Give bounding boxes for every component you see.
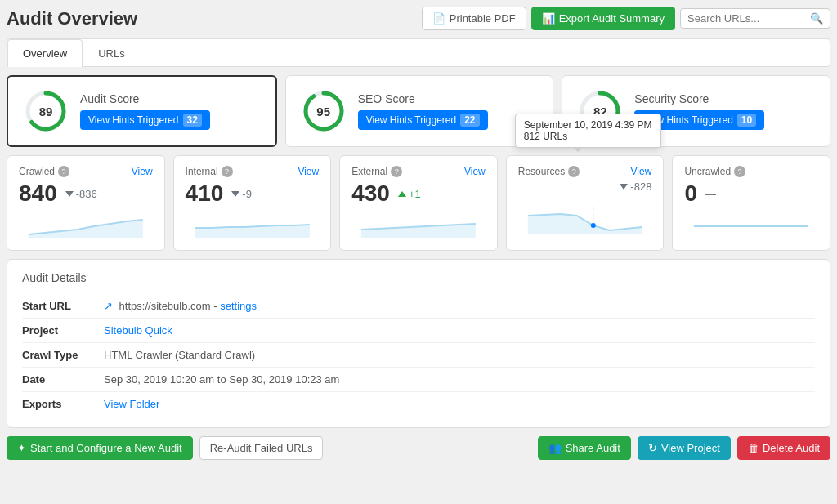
internal-view-link[interactable]: View (298, 166, 319, 177)
seo-score-value: 95 (316, 105, 330, 118)
tab-overview[interactable]: Overview (7, 39, 83, 67)
internal-value: 410 (186, 181, 224, 207)
view-project-button[interactable]: ↻ View Project (638, 436, 731, 460)
detail-row-exports: Exports View Folder (22, 392, 815, 416)
resources-chart (518, 207, 652, 234)
crawled-view-link[interactable]: View (132, 166, 153, 177)
detail-row-date: Date Sep 30, 2019 10:20 am to Sep 30, 20… (22, 368, 815, 392)
page-title: Audit Overview (7, 8, 422, 29)
audit-details-title: Audit Details (22, 271, 815, 284)
audit-score-value: 89 (39, 105, 53, 118)
search-box: 🔍 (680, 8, 830, 29)
resources-title: Resources ? (518, 166, 580, 177)
seo-hints-button[interactable]: View Hints Triggered 22 (358, 110, 488, 130)
uncrawled-card: Uncrawled ? 0 — (672, 155, 830, 251)
score-cards: 89 Audit Score View Hints Triggered 32 9… (7, 75, 830, 147)
uncrawled-value: 0 (684, 181, 697, 207)
project-link[interactable]: Sitebulb Quick (104, 324, 172, 337)
svg-marker-6 (29, 220, 143, 238)
crawled-delta: -836 (65, 188, 97, 200)
crawled-chart (19, 212, 153, 238)
start-url-settings-link[interactable]: settings (220, 300, 257, 312)
crawled-card: Crawled ? View 840 -836 (7, 155, 165, 251)
audit-donut: 89 (23, 88, 69, 134)
tabs-container: Overview URLs (7, 38, 830, 67)
footer-left: ✦ Start and Configure a New Audit Re-Aud… (7, 436, 323, 460)
uncrawled-chart (684, 212, 818, 238)
header-actions: 📄 Printable PDF 📊 Export Audit Summary 🔍 (422, 7, 830, 30)
internal-delta: -9 (231, 188, 252, 200)
detail-row-project: Project Sitebulb Quick (22, 319, 815, 343)
tooltip-urls: 812 URLs (524, 131, 652, 142)
new-audit-button[interactable]: ✦ Start and Configure a New Audit (7, 436, 193, 460)
seo-score-card: 95 SEO Score View Hints Triggered 22 (285, 75, 554, 147)
detail-row-starturl: Start URL ↗ https://sitebulb.com - setti… (22, 294, 815, 319)
svg-marker-9 (528, 214, 642, 234)
footer-right: 👥 Share Audit ↻ View Project 🗑 Delete Au… (538, 436, 830, 460)
internal-card: Internal ? View 410 -9 (173, 155, 332, 251)
audit-score-info: Audit Score View Hints Triggered 32 (80, 92, 210, 130)
internal-help-icon[interactable]: ? (222, 166, 233, 177)
exports-view-folder-link[interactable]: View Folder (104, 398, 159, 410)
external-delta: +1 (398, 188, 421, 200)
external-title: External ? (351, 166, 402, 177)
delete-audit-button[interactable]: 🗑 Delete Audit (737, 436, 830, 460)
crawled-help-icon[interactable]: ? (58, 166, 69, 177)
tooltip-date: September 10, 2019 4:39 PM (524, 119, 652, 131)
seo-donut: 95 (301, 88, 347, 134)
trash-icon: 🗑 (748, 442, 759, 454)
reaudit-button[interactable]: Re-Audit Failed URLs (199, 436, 324, 460)
share-audit-button[interactable]: 👥 Share Audit (538, 436, 631, 460)
refresh-icon: ↻ (648, 442, 657, 454)
tabs: Overview URLs (7, 39, 830, 66)
detail-row-crawltype: Crawl Type HTML Crawler (Standard Crawl) (22, 343, 815, 368)
delta-down-icon (65, 191, 74, 197)
seo-score-info: SEO Score View Hints Triggered 22 (358, 92, 488, 130)
users-icon: 👥 (548, 442, 562, 454)
external-help-icon[interactable]: ? (391, 166, 402, 177)
delta-up-icon (398, 191, 406, 197)
audit-score-label: Audit Score (80, 92, 210, 105)
uncrawled-delta: — (705, 188, 716, 200)
external-value: 430 (351, 181, 390, 207)
resources-help-icon[interactable]: ? (568, 166, 580, 177)
audit-score-card: 89 Audit Score View Hints Triggered 32 (7, 75, 277, 147)
printable-pdf-button[interactable]: 📄 Printable PDF (422, 7, 526, 30)
external-link-icon: ↗ (104, 300, 113, 312)
star-icon: ✦ (17, 442, 26, 454)
date-value: Sep 30, 2019 10:20 am to Sep 30, 2019 10… (104, 373, 339, 386)
export-icon: 📊 (542, 12, 555, 25)
seo-score-label: SEO Score (358, 92, 488, 105)
svg-point-11 (591, 223, 596, 228)
export-audit-button[interactable]: 📊 Export Audit Summary (531, 7, 675, 30)
internal-title: Internal ? (186, 166, 233, 177)
external-card: External ? View 430 +1 (339, 155, 498, 251)
search-icon: 🔍 (810, 12, 823, 25)
audit-details: Audit Details Start URL ↗ https://sitebu… (7, 259, 830, 428)
file-icon: 📄 (432, 12, 445, 25)
resources-delta: -828 (620, 181, 651, 193)
crawled-title: Crawled ? (19, 166, 69, 177)
delta-down-icon (620, 184, 628, 190)
resources-view-link[interactable]: View (631, 166, 652, 177)
audit-hints-button[interactable]: View Hints Triggered 32 (80, 110, 210, 130)
external-view-link[interactable]: View (464, 166, 486, 177)
resources-card: Resources ? View -828 September 10, 2019… (506, 155, 665, 251)
stat-cards: Crawled ? View 840 -836 Internal (7, 155, 830, 251)
external-chart (351, 212, 486, 238)
internal-chart (186, 212, 320, 238)
resources-tooltip: September 10, 2019 4:39 PM 812 URLs (515, 114, 661, 148)
uncrawled-help-icon[interactable]: ? (734, 166, 745, 177)
crawled-value: 840 (19, 181, 57, 207)
security-score-label: Security Score (634, 92, 764, 105)
crawl-type-value: HTML Crawler (Standard Crawl) (104, 349, 255, 361)
search-input[interactable] (687, 12, 810, 25)
tab-urls[interactable]: URLs (83, 39, 141, 67)
footer-actions: ✦ Start and Configure a New Audit Re-Aud… (7, 436, 830, 460)
uncrawled-title: Uncrawled ? (684, 166, 745, 177)
delta-down-icon (231, 191, 239, 197)
